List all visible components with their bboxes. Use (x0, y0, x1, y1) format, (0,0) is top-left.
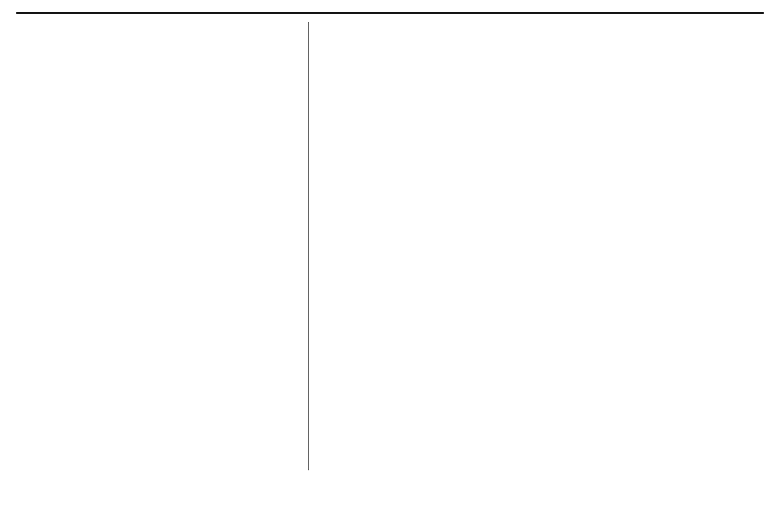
page-header (16, 0, 764, 14)
footer (0, 501, 780, 532)
footer-model (384, 508, 396, 526)
left-column (16, 22, 309, 470)
right-column (309, 22, 764, 470)
footer-page-separator (755, 517, 760, 527)
footer-nav-info (750, 517, 765, 527)
main-content (0, 14, 780, 470)
